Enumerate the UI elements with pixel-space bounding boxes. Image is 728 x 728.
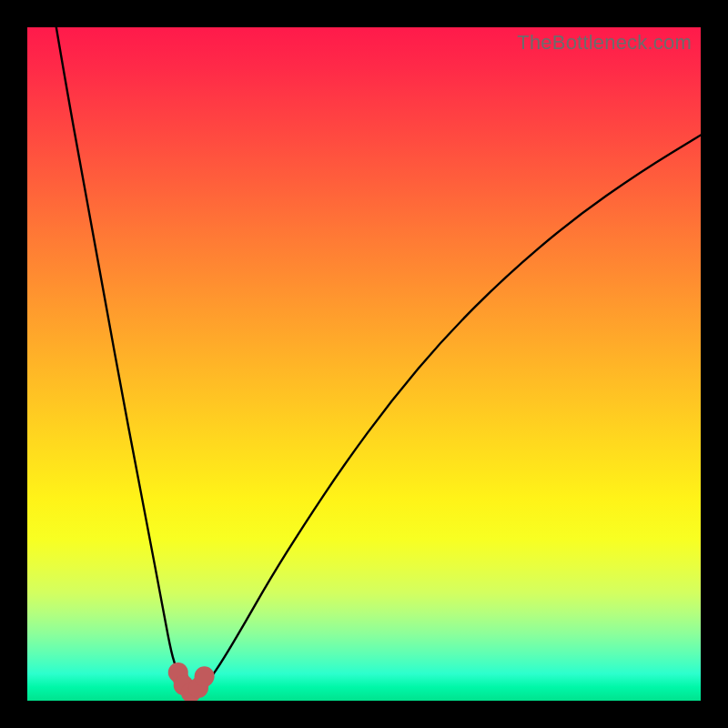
bottleneck-curve: [27, 27, 701, 701]
chart-frame: TheBottleneck.com: [0, 0, 728, 728]
sweet-spot-dots: [168, 662, 215, 701]
sweet-spot-dot: [195, 666, 215, 686]
chart-plot-area: TheBottleneck.com: [27, 27, 701, 701]
curve-right-branch: [192, 135, 701, 693]
curve-left-branch: [56, 27, 192, 693]
